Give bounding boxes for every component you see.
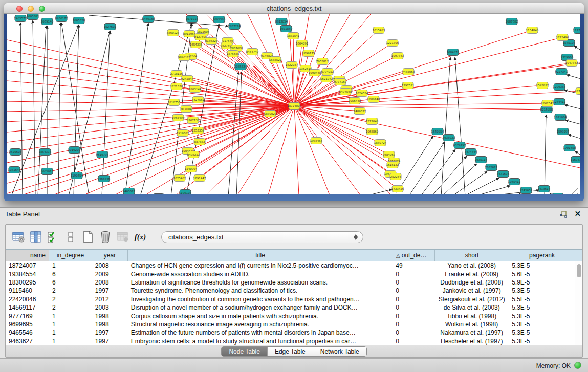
yellow-node[interactable]: 1588520 — [269, 57, 282, 63]
teal-node[interactable]: 1081646 — [8, 167, 21, 173]
yellow-node[interactable]: 252254 — [390, 173, 401, 180]
yellow-node[interactable]: 1822037 — [286, 62, 298, 69]
teal-node[interactable]: 1921850 — [280, 26, 293, 32]
yellow-node[interactable]: 1990448 — [309, 70, 321, 76]
yellow-node[interactable]: 1810755 — [168, 99, 181, 106]
teal-node[interactable]: 9245652 — [520, 187, 533, 194]
teal-node[interactable]: 1190554 — [71, 172, 83, 179]
clear-selection-icon[interactable] — [63, 229, 78, 245]
function-builder-icon[interactable]: f(x) — [133, 229, 148, 245]
teal-node[interactable]: 2935114 — [475, 157, 488, 163]
table-row[interactable]: 977716911998Corpus callosum shape and si… — [6, 312, 575, 320]
teal-node[interactable]: 1571648 — [153, 194, 165, 195]
teal-node[interactable]: 2520605 — [9, 149, 22, 156]
yellow-node[interactable]: 1221396 — [386, 40, 399, 47]
yellow-node[interactable]: 1297511 — [402, 82, 415, 89]
yellow-node[interactable]: 1225496 — [556, 34, 569, 41]
table-row[interactable]: 969969511998Structural magnetic resonanc… — [6, 320, 575, 329]
teal-node[interactable]: 8956172 — [55, 15, 68, 22]
yellow-node[interactable]: 1875685 — [227, 51, 239, 57]
yellow-node[interactable]: 1938455 — [310, 138, 323, 144]
yellow-node[interactable]: 8267130 — [187, 117, 200, 124]
delete-table-icon-disabled[interactable] — [115, 229, 130, 245]
teal-node[interactable]: 1605380 — [213, 16, 226, 23]
yellow-node[interactable]: 1880724 — [374, 140, 387, 146]
column-chooser-icon[interactable] — [28, 229, 43, 245]
teal-node[interactable]: 1244412 — [553, 99, 566, 105]
yellow-node[interactable]: 1621072 — [320, 76, 333, 82]
teal-node[interactable]: 1065412 — [508, 179, 521, 185]
yellow-node[interactable]: 1240994 — [185, 166, 198, 172]
column-header-out_de[interactable]: △out_de… — [393, 250, 435, 261]
teal-node[interactable]: 2019209 — [68, 147, 81, 154]
table-row[interactable]: 946362711997Embryonic stem cells: a mode… — [6, 337, 575, 345]
select-all-icon[interactable] — [46, 229, 61, 245]
teal-node[interactable]: 1701650 — [563, 145, 576, 151]
teal-node[interactable]: 8605015 — [41, 168, 54, 175]
yellow-node[interactable]: 1353359 — [192, 127, 205, 134]
yellow-node[interactable]: 3427552 — [192, 97, 205, 103]
scrollbar-thumb[interactable] — [577, 264, 581, 277]
yellow-node[interactable]: 6497568 — [339, 89, 352, 95]
yellow-node[interactable]: 1696175 — [302, 50, 315, 57]
hub-node[interactable]: 18724007 — [287, 103, 301, 110]
teal-node[interactable]: 9227341 — [555, 69, 568, 75]
teal-node[interactable]: 8215958 — [540, 106, 553, 113]
yellow-node[interactable]: 1664091 — [296, 40, 309, 47]
yellow-node[interactable]: 1097343 — [391, 53, 404, 59]
yellow-node[interactable]: 1615132 — [386, 162, 399, 168]
window-titlebar[interactable]: citations_edges.txt — [4, 3, 584, 14]
teal-node[interactable]: 9463627 — [123, 188, 136, 195]
yellow-node[interactable]: 9777169 — [334, 79, 347, 85]
yellow-node[interactable]: 2056448 — [349, 98, 361, 104]
teal-node[interactable]: 1599297 — [557, 128, 570, 135]
table-row[interactable]: 1830029562008Estimation of significance … — [6, 278, 575, 287]
yellow-node[interactable]: 7485063 — [402, 69, 415, 75]
teal-node[interactable]: 2405572 — [14, 15, 27, 22]
column-header-year[interactable]: year — [92, 250, 128, 261]
teal-node[interactable]: 1854378 — [39, 149, 52, 156]
teal-node[interactable]: 1209383 — [553, 84, 566, 91]
yellow-node[interactable]: 1068860 — [366, 128, 379, 135]
teal-node[interactable]: 8938923 — [443, 135, 455, 141]
yellow-node[interactable]: 7486322 — [354, 108, 366, 115]
yellow-node[interactable]: 1624554 — [356, 90, 368, 97]
yellow-node[interactable]: 8454749 — [246, 49, 259, 55]
teal-node[interactable]: 9524502 — [552, 193, 564, 195]
yellow-node[interactable]: 1221338 — [170, 83, 183, 90]
yellow-node[interactable]: 9684067 — [383, 151, 396, 158]
yellow-node[interactable]: 887833 — [194, 139, 205, 145]
yellow-node[interactable]: 1832541 — [287, 33, 300, 39]
teal-node[interactable]: 2069140 — [41, 18, 54, 25]
yellow-node[interactable]: 1572048 — [366, 118, 379, 125]
column-header-in_degree[interactable]: in_degree — [49, 250, 92, 261]
yellow-node[interactable]: 6794022 — [321, 69, 334, 75]
yellow-node[interactable]: 1080748 — [367, 96, 380, 103]
yellow-node[interactable]: 1615483 — [373, 27, 385, 34]
delete-rows-icon[interactable] — [98, 229, 113, 245]
teal-node[interactable]: 8813054 — [275, 18, 288, 25]
table-row[interactable]: 1938455462009Genome-wide association stu… — [6, 270, 575, 278]
citation-network-graph[interactable]: 2405572160538120691408956172106552815276… — [7, 14, 580, 194]
teal-node[interactable]: 9619797 — [96, 151, 109, 158]
yellow-node[interactable]: 1830029 — [264, 111, 277, 117]
yellow-node[interactable]: 1154840 — [526, 27, 539, 34]
yellow-node[interactable]: 2718126 — [170, 71, 183, 77]
yellow-node[interactable]: 2803144 — [189, 86, 202, 93]
teal-node[interactable]: 1527602 — [104, 24, 117, 30]
table-row[interactable]: 1872400712008Changes of HCN gene express… — [6, 261, 575, 270]
float-panel-icon[interactable] — [559, 210, 568, 218]
teal-node[interactable]: 6379197 — [453, 142, 466, 149]
yellow-node[interactable]: 1733426 — [391, 186, 404, 192]
teal-node[interactable]: 1684878 — [447, 49, 460, 56]
teal-node[interactable]: 1640954 — [431, 128, 444, 135]
column-header-title[interactable]: title — [128, 250, 393, 261]
column-header-pagerank[interactable]: pagerank — [509, 250, 575, 261]
teal-node[interactable]: 7632621 — [485, 164, 498, 171]
network-canvas[interactable]: 2405572160538120691408956172106552815276… — [7, 14, 580, 194]
teal-node[interactable]: 9465546 — [98, 176, 111, 182]
table-row[interactable]: 946554611997Estimation of the future num… — [6, 329, 575, 337]
column-header-short[interactable]: short — [435, 250, 509, 261]
yellow-node[interactable]: 1047343 — [565, 60, 578, 67]
yellow-node[interactable]: 1062541 — [541, 100, 554, 107]
